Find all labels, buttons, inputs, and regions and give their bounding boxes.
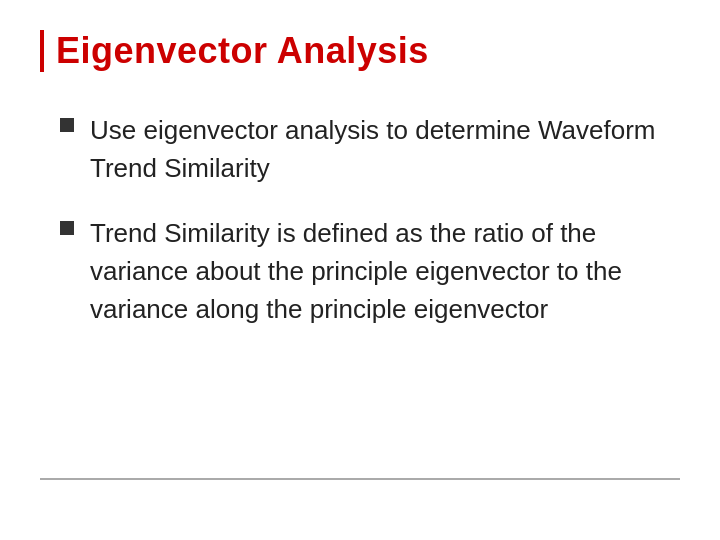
bullet-text-1: Use eigenvector analysis to determine Wa…	[90, 112, 680, 187]
title-bar: Eigenvector Analysis	[40, 30, 680, 72]
slide: Eigenvector Analysis Use eigenvector ana…	[0, 0, 720, 540]
bullet-item-1: Use eigenvector analysis to determine Wa…	[60, 112, 680, 187]
divider-line	[40, 478, 680, 480]
slide-title: Eigenvector Analysis	[56, 30, 429, 72]
bullet-square-2	[60, 221, 74, 235]
content-area: Use eigenvector analysis to determine Wa…	[40, 112, 680, 328]
bullet-text-2: Trend Similarity is defined as the ratio…	[90, 215, 680, 328]
bullet-square-1	[60, 118, 74, 132]
bullet-item-2: Trend Similarity is defined as the ratio…	[60, 215, 680, 328]
